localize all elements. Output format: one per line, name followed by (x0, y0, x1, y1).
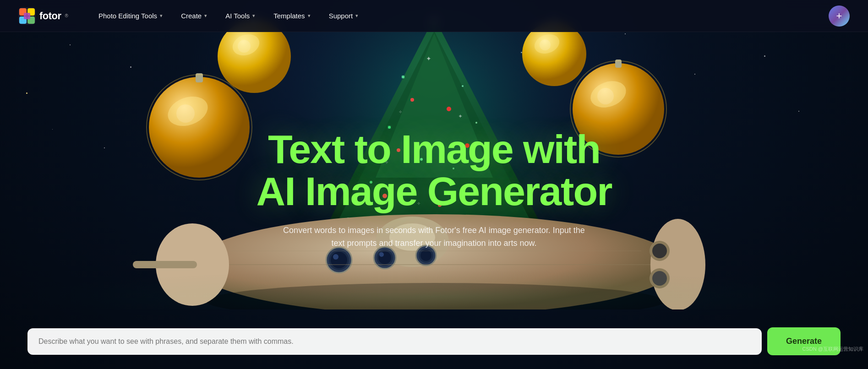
watermark: CSDN @互联网运营知识库 (802, 346, 863, 353)
generate-bar: Generate (0, 327, 868, 369)
logo-icon (18, 7, 36, 25)
chevron-down-icon: ▾ (252, 13, 255, 19)
logo[interactable]: fotor® (18, 7, 68, 25)
nav-item-ai-tools[interactable]: AI Tools ▾ (218, 8, 262, 23)
nav-right: + (829, 5, 850, 27)
hero-section: ✦ ✧ ✦ ✧ ✦ ✧ (0, 0, 868, 369)
generate-input-wrapper (27, 328, 762, 355)
hero-subtitle: Convert words to images in seconds with … (278, 224, 590, 250)
logo-sup: ® (65, 13, 68, 18)
plus-icon: + (836, 11, 842, 21)
generate-input[interactable] (38, 337, 751, 346)
svg-rect-5 (24, 13, 30, 19)
nav-item-support[interactable]: Support ▾ (322, 8, 366, 23)
nav-item-create[interactable]: Create ▾ (174, 8, 214, 23)
chevron-down-icon: ▾ (308, 13, 311, 19)
chevron-down-icon: ▾ (355, 13, 358, 19)
avatar-button[interactable]: + (829, 5, 850, 27)
navbar: fotor® Photo Editing Tools ▾ Create ▾ AI… (0, 0, 868, 32)
nav-item-templates[interactable]: Templates ▾ (266, 8, 317, 23)
chevron-down-icon: ▾ (204, 13, 207, 19)
chevron-down-icon: ▾ (160, 13, 163, 19)
nav-item-photo-editing[interactable]: Photo Editing Tools ▾ (91, 8, 170, 23)
hero-content: Text to Image with AI Image Generator Co… (247, 128, 621, 273)
hero-title: Text to Image with AI Image Generator (257, 128, 612, 213)
nav-items: Photo Editing Tools ▾ Create ▾ AI Tools … (91, 8, 829, 23)
logo-text: fotor (39, 10, 61, 22)
